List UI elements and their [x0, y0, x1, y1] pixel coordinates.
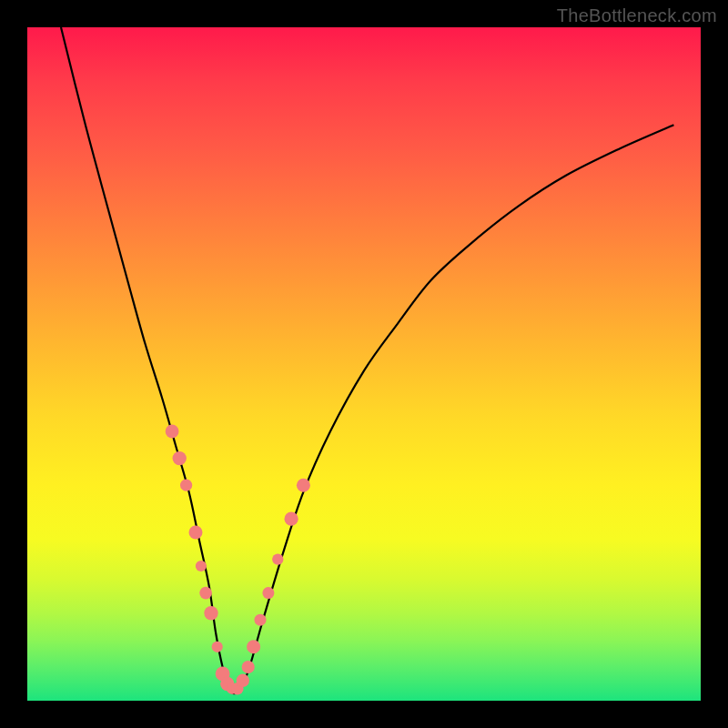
marker-dot — [212, 642, 223, 652]
marker-dot — [237, 674, 249, 687]
chart-stage: TheBottleneck.com — [0, 0, 728, 728]
marker-dot — [204, 606, 217, 620]
marker-dot — [180, 480, 192, 491]
marker-dot — [255, 614, 267, 626]
marker-dot — [199, 587, 212, 600]
marker-dot — [189, 526, 203, 540]
watermark: TheBottleneck.com — [557, 5, 717, 26]
marker-dot — [242, 661, 255, 673]
marker-dot — [272, 553, 283, 564]
markers-svg — [27, 27, 701, 701]
marker-dot — [166, 425, 179, 439]
marker-dot — [285, 512, 298, 526]
plot-area — [27, 27, 701, 701]
marker-dot — [173, 451, 187, 465]
marker-dot — [196, 561, 207, 571]
marker-dot — [247, 640, 260, 653]
marker-dot — [262, 587, 274, 599]
marker-dot — [297, 479, 310, 492]
